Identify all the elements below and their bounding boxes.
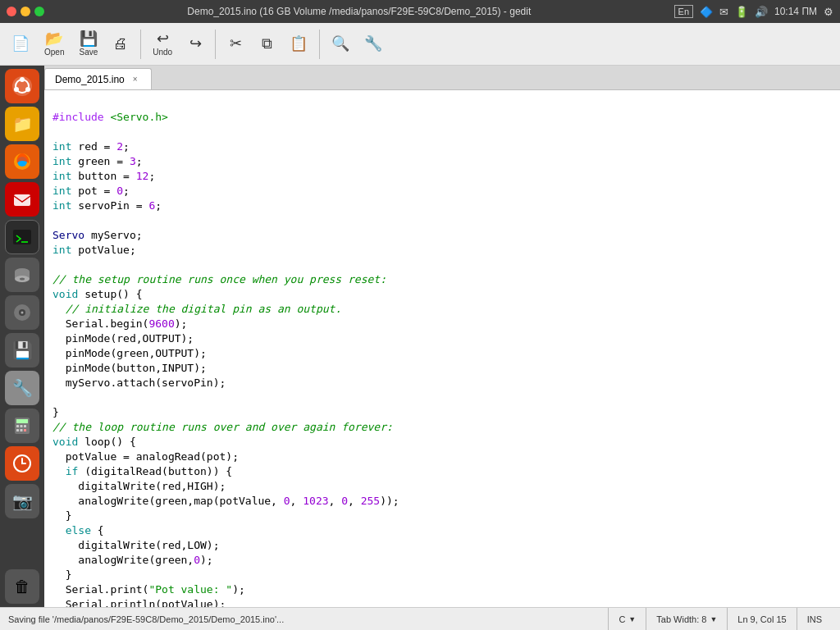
save-label: Save <box>79 48 98 57</box>
battery-icon: 🔋 <box>735 6 748 18</box>
bluetooth-icon: 🔷 <box>700 6 713 18</box>
svg-rect-23 <box>21 429 23 431</box>
redo-icon: ↪ <box>189 36 202 51</box>
calculator-launcher-icon[interactable] <box>5 409 39 443</box>
svg-point-13 <box>20 278 25 281</box>
tools-launcher-icon[interactable]: 🔧 <box>5 371 39 405</box>
copy-button[interactable]: ⧉ <box>252 26 281 62</box>
svg-rect-22 <box>16 429 19 431</box>
language-dropdown-icon[interactable]: ▼ <box>628 615 636 623</box>
tab-bar: Demo_2015.ino × <box>44 66 840 90</box>
svg-rect-7 <box>14 194 30 206</box>
save-button[interactable]: 💾 Save <box>72 26 104 62</box>
undo-label: Undo <box>153 48 172 57</box>
svg-rect-21 <box>24 425 26 427</box>
keyboard-indicator: En <box>674 5 693 18</box>
disk2-launcher-icon[interactable] <box>5 295 39 330</box>
search-icon: 🔍 <box>331 36 349 51</box>
copy-icon: ⧉ <box>262 36 272 51</box>
search-button[interactable]: 🔍 <box>325 26 356 62</box>
settings-icon[interactable]: ⚙ <box>824 6 833 18</box>
print-button[interactable]: 🖨 <box>106 26 135 62</box>
cut-icon: ✂ <box>230 36 242 51</box>
svg-point-2 <box>20 77 25 82</box>
editor-tab[interactable]: Demo_2015.ino × <box>44 68 152 89</box>
minimize-window-button[interactable] <box>21 7 30 16</box>
open-label: Open <box>44 48 64 57</box>
undo-button[interactable]: ↩ Undo <box>146 26 179 62</box>
tools-icon: 🔧 <box>364 36 382 51</box>
print-icon: 🖨 <box>113 36 128 51</box>
open-button[interactable]: 📂 Open <box>38 26 71 62</box>
undo-icon: ↩ <box>157 31 169 46</box>
paste-button[interactable]: 📋 <box>283 26 314 62</box>
close-window-button[interactable] <box>7 7 16 16</box>
cut-button[interactable]: ✂ <box>221 26 250 62</box>
status-bar: Saving file '/media/panos/F29E-59C8/Demo… <box>0 607 840 630</box>
sidebar: 📁 💾 🔧 📷 🗑 <box>0 66 44 607</box>
tab-width-section[interactable]: Tab Width: 8 ▼ <box>646 608 727 630</box>
cursor-position-section: Ln 9, Col 15 <box>727 608 796 630</box>
main-layout: 📁 💾 🔧 📷 🗑 Demo_2015. <box>0 66 840 607</box>
new-icon: 📄 <box>11 36 30 51</box>
ubuntu-launcher-icon[interactable] <box>5 69 39 103</box>
mail-notif-icon: ✉ <box>719 6 728 18</box>
svg-point-16 <box>21 312 24 314</box>
svg-rect-24 <box>24 429 26 431</box>
volume-icon: 🔊 <box>755 6 768 18</box>
redo-button[interactable]: ↪ <box>180 26 210 62</box>
tab-width-label: Tab Width: 8 <box>656 614 706 624</box>
terminal-launcher-icon[interactable] <box>5 220 39 254</box>
svg-rect-18 <box>16 419 28 423</box>
svg-rect-20 <box>21 425 23 427</box>
editor-area: Demo_2015.ino × #include <Servo.h> int r… <box>44 66 840 607</box>
separator-3 <box>319 30 320 59</box>
open-icon: 📂 <box>45 31 63 46</box>
svg-rect-19 <box>16 425 19 427</box>
svg-point-3 <box>25 87 30 92</box>
save-icon: 💾 <box>80 31 98 46</box>
tab-close-button[interactable]: × <box>130 74 141 85</box>
maximize-window-button[interactable] <box>34 7 44 16</box>
status-saving-text: Saving file '/media/panos/F29E-59C8/Demo… <box>8 614 608 624</box>
usb-launcher-icon[interactable]: 💾 <box>5 333 39 368</box>
toolbar: 📄 📂 Open 💾 Save 🖨 ↩ Undo ↪ ✂ ⧉ 📋 🔍 🔧 <box>0 23 840 66</box>
files-launcher-icon[interactable]: 📁 <box>5 107 39 141</box>
disk-launcher-icon[interactable] <box>5 258 39 292</box>
code-editor[interactable]: #include <Servo.h> int red = 2; int gree… <box>44 90 840 607</box>
tab-width-dropdown-icon[interactable]: ▼ <box>710 615 717 623</box>
titlebar: Demo_2015.ino (16 GB Volume /media/panos… <box>0 0 840 23</box>
tab-filename: Demo_2015.ino <box>55 74 125 85</box>
svg-point-4 <box>14 87 19 92</box>
ins-label: INS <box>807 614 822 624</box>
separator-1 <box>140 30 141 59</box>
mail-launcher-icon[interactable] <box>5 182 39 217</box>
new-button[interactable]: 📄 <box>5 26 36 62</box>
update-launcher-icon[interactable] <box>5 446 39 481</box>
ins-section: INS <box>797 608 832 630</box>
language-label: C <box>619 614 625 624</box>
code-content: #include <Servo.h> int red = 2; int gree… <box>44 94 840 607</box>
separator-2 <box>215 30 216 59</box>
cursor-position: Ln 9, Col 15 <box>737 614 786 624</box>
clock: 10:14 ПМ <box>774 6 817 17</box>
paste-icon: 📋 <box>290 36 308 51</box>
trash-launcher-icon[interactable]: 🗑 <box>5 569 39 604</box>
camera-launcher-icon[interactable]: 📷 <box>5 484 39 518</box>
firefox-launcher-icon[interactable] <box>5 144 39 179</box>
window-title: Demo_2015.ino (16 GB Volume /media/panos… <box>44 6 674 17</box>
language-section[interactable]: C ▼ <box>608 608 646 630</box>
tools-button[interactable]: 🔧 <box>358 26 389 62</box>
